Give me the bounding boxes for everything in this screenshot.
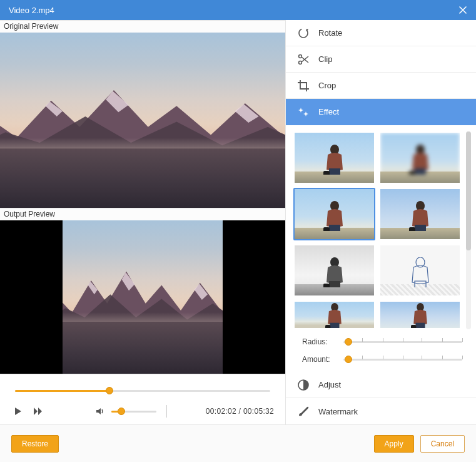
volume-slider[interactable] — [111, 407, 156, 416]
tool-watermark[interactable]: Watermark — [286, 398, 476, 424]
play-icon — [14, 407, 23, 416]
radius-slider[interactable] — [343, 337, 462, 347]
output-preview-label: Output Preview — [0, 208, 285, 220]
crop-icon — [297, 80, 310, 92]
effect-grid — [293, 131, 461, 329]
window-title: Video 2.mp4 — [9, 6, 455, 15]
close-icon — [459, 6, 467, 14]
tool-clip[interactable]: Clip — [286, 46, 476, 73]
effect-thumb[interactable] — [379, 300, 461, 329]
scissors-icon — [297, 53, 310, 66]
original-preview — [0, 33, 285, 208]
playback-controls: 00:02:02 / 00:05:32 — [0, 374, 285, 424]
speaker-icon — [96, 407, 106, 416]
tool-label: Crop — [318, 81, 336, 90]
restore-button[interactable]: Restore — [11, 435, 59, 453]
time-total: 00:05:32 — [243, 407, 274, 416]
effect-panel: Radius: Amount: — [286, 125, 476, 372]
next-button[interactable] — [31, 404, 45, 418]
effect-thumb[interactable] — [293, 244, 375, 297]
original-preview-label: Original Preview — [0, 20, 285, 33]
effect-thumb[interactable] — [379, 131, 461, 184]
seek-slider[interactable] — [15, 386, 270, 396]
tools-column: Rotate Clip Crop Effect — [285, 20, 476, 424]
effect-thumb[interactable] — [293, 300, 375, 329]
tool-label: Watermark — [318, 407, 358, 416]
contrast-icon — [297, 379, 310, 391]
output-preview — [0, 220, 285, 374]
effect-thumb-selected[interactable] — [293, 188, 375, 240]
timecode: 00:02:02 / 00:05:32 — [206, 407, 274, 416]
titlebar: Video 2.mp4 — [0, 0, 476, 20]
radius-label: Radius: — [302, 337, 337, 346]
tool-adjust[interactable]: Adjust — [286, 372, 476, 398]
rotate-icon — [297, 27, 310, 39]
tool-label: Adjust — [318, 380, 341, 389]
tool-effect[interactable]: Effect — [286, 99, 476, 125]
effect-thumb[interactable] — [379, 244, 461, 297]
apply-button[interactable]: Apply — [374, 435, 414, 453]
tool-crop[interactable]: Crop — [286, 73, 476, 99]
tool-label: Rotate — [318, 28, 342, 38]
time-current: 00:02:02 — [206, 407, 236, 416]
svg-rect-9 — [415, 281, 426, 287]
footer: Restore Apply Cancel — [0, 424, 476, 462]
close-button[interactable] — [455, 2, 471, 18]
effect-scrollbar[interactable] — [466, 131, 471, 329]
brush-icon — [297, 405, 310, 418]
tool-label: Effect — [318, 107, 339, 116]
effect-thumb[interactable] — [293, 131, 375, 184]
amount-label: Amount: — [302, 355, 337, 364]
next-icon — [33, 407, 43, 416]
play-button[interactable] — [11, 404, 25, 418]
tool-label: Clip — [318, 54, 332, 64]
mute-button[interactable] — [94, 404, 108, 418]
tool-rotate[interactable]: Rotate — [286, 20, 476, 46]
preview-column: Original Preview Output Preview — [0, 20, 285, 424]
cancel-button[interactable]: Cancel — [420, 435, 465, 453]
effect-thumb[interactable] — [379, 188, 461, 240]
amount-slider[interactable] — [343, 354, 462, 364]
sparkle-icon — [297, 106, 310, 118]
divider — [166, 405, 167, 418]
